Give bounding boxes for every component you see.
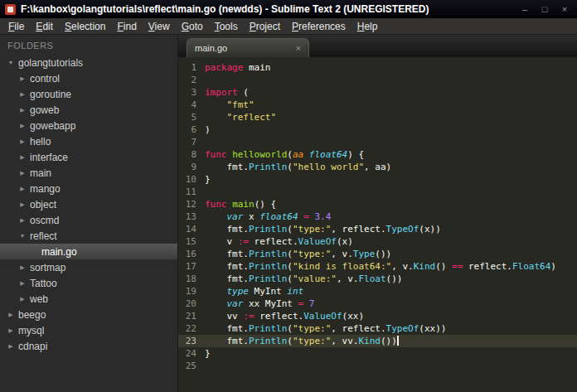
close-button[interactable]: ×	[559, 0, 570, 18]
line-number: 3	[178, 86, 205, 99]
code-line-20[interactable]: 20 var xx MyInt = 7	[178, 298, 577, 310]
code-line-4[interactable]: 4 "fmt"	[178, 99, 577, 111]
code-line-3[interactable]: 3import (	[178, 86, 577, 99]
tree-item-label: mysql	[17, 325, 44, 336]
menu-preferences[interactable]: Preferences	[286, 19, 352, 34]
line-text: fmt.Println("type:", vv.Kind())	[205, 335, 399, 347]
code-line-21[interactable]: 21 vv := reflect.ValueOf(xx)	[178, 310, 577, 322]
code-area[interactable]: 1package main23import (4 "fmt"5 "reflect…	[178, 57, 577, 392]
code-line-22[interactable]: 22 fmt.Println("type:", reflect.TypeOf(x…	[178, 322, 577, 335]
menu-tools[interactable]: Tools	[209, 19, 244, 34]
code-line-15[interactable]: 15 v := reflect.ValueOf(x)	[178, 235, 577, 248]
folder-hello[interactable]: ▶hello	[0, 133, 177, 149]
maximize-button[interactable]: □	[539, 0, 550, 18]
line-number: 21	[178, 310, 205, 322]
tree-item-label: golangtutorials	[17, 57, 83, 69]
tree-item-label: mango	[28, 183, 61, 195]
tree-item-label: goweb	[28, 104, 59, 116]
menu-file[interactable]: File	[2, 19, 30, 34]
code-line-13[interactable]: 13 var x float64 = 3.4	[178, 211, 577, 223]
folder-Tattoo[interactable]: ▶Tattoo	[0, 275, 177, 291]
folder-object[interactable]: ▶object	[0, 196, 177, 212]
chevron-right-icon: ▶	[17, 264, 28, 271]
line-number: 9	[178, 161, 205, 173]
code-line-7[interactable]: 7	[178, 136, 577, 148]
tree-item-label: main	[28, 167, 51, 179]
folder-interface[interactable]: ▶interface	[0, 149, 177, 165]
app-icon	[5, 4, 16, 15]
menu-find[interactable]: Find	[111, 19, 142, 34]
line-number: 25	[178, 360, 205, 372]
tab-close-icon[interactable]: ×	[296, 43, 301, 53]
line-number: 14	[178, 223, 205, 235]
code-line-25[interactable]: 25	[178, 360, 577, 372]
folder-oscmd[interactable]: ▶oscmd	[0, 212, 177, 228]
code-line-19[interactable]: 19 type MyInt int	[178, 285, 577, 298]
line-number: 16	[178, 248, 205, 260]
folder-golangtutorials[interactable]: ▼golangtutorials	[0, 55, 177, 70]
folder-beego[interactable]: ▶beego	[0, 307, 177, 322]
minimize-button[interactable]: –	[519, 0, 531, 18]
line-text: type MyInt int	[205, 285, 303, 298]
main-area: FOLDERS ▼golangtutorials▶control▶gorouti…	[0, 35, 577, 392]
folder-gowebapp[interactable]: ▶gowebapp	[0, 118, 177, 133]
folder-web[interactable]: ▶web	[0, 291, 177, 307]
folder-reflect[interactable]: ▼reflect	[0, 228, 177, 244]
code-line-14[interactable]: 14 fmt.Println("type:", reflect.TypeOf(x…	[178, 223, 577, 235]
menu-help[interactable]: Help	[352, 19, 384, 34]
line-text: fmt.Println("type:", v.Type())	[205, 248, 391, 260]
code-line-18[interactable]: 18 fmt.Println("value:", v.Float())	[178, 273, 577, 285]
code-line-10[interactable]: 10}	[178, 173, 577, 186]
code-line-23[interactable]: 23 fmt.Println("type:", vv.Kind())	[178, 335, 577, 347]
code-line-8[interactable]: 8func helloworld(aa float64) {	[178, 148, 577, 161]
window-title: F:\kanbox\golangtutorials\reflect\main.g…	[21, 3, 514, 15]
file-main.go[interactable]: main.go	[0, 244, 177, 259]
code-line-6[interactable]: 6)	[178, 123, 577, 136]
chevron-right-icon: ▶	[17, 170, 28, 177]
folder-mysql[interactable]: ▶mysql	[0, 322, 177, 338]
code-line-12[interactable]: 12func main() {	[178, 198, 577, 211]
chevron-right-icon: ▶	[17, 107, 28, 114]
folder-mango[interactable]: ▶mango	[0, 181, 177, 196]
code-line-24[interactable]: 24}	[178, 347, 577, 360]
code-line-16[interactable]: 16 fmt.Println("type:", v.Type())	[178, 248, 577, 260]
menu-goto[interactable]: Goto	[176, 19, 209, 34]
folder-goweb[interactable]: ▶goweb	[0, 102, 177, 118]
menu-selection[interactable]: Selection	[59, 19, 111, 34]
code-line-17[interactable]: 17 fmt.Println("kind is float64:", v.Kin…	[178, 260, 577, 273]
code-line-1[interactable]: 1package main	[178, 61, 577, 74]
folder-goroutine[interactable]: ▶goroutine	[0, 86, 177, 102]
line-number: 23	[178, 335, 205, 347]
line-number: 18	[178, 273, 205, 285]
code-line-9[interactable]: 9 fmt.Println("hello world", aa)	[178, 161, 577, 173]
line-number: 1	[178, 61, 205, 74]
chevron-right-icon: ▶	[5, 312, 17, 318]
folder-sortmap[interactable]: ▶sortmap	[0, 259, 177, 275]
folder-cdnapi[interactable]: ▶cdnapi	[0, 338, 177, 354]
line-text: "reflect"	[205, 111, 276, 123]
code-line-5[interactable]: 5 "reflect"	[178, 111, 577, 123]
tree-item-label: goroutine	[28, 89, 71, 100]
line-text: func main() {	[205, 198, 276, 211]
line-text: fmt.Println("value:", v.Float())	[205, 273, 402, 285]
menu-edit[interactable]: Edit	[30, 19, 59, 34]
code-line-2[interactable]: 2	[178, 74, 577, 86]
menu-bar: FileEditSelectionFindViewGotoToolsProjec…	[0, 18, 577, 35]
tree-item-label: reflect	[28, 230, 57, 242]
folder-control[interactable]: ▶control	[0, 70, 177, 86]
line-number: 6	[178, 123, 205, 136]
menu-view[interactable]: View	[143, 19, 176, 34]
code-line-11[interactable]: 11	[178, 186, 577, 198]
tab-main-go[interactable]: main.go ×	[187, 38, 309, 57]
chevron-right-icon: ▶	[17, 91, 28, 98]
chevron-right-icon: ▶	[17, 138, 28, 145]
chevron-down-icon: ▼	[17, 233, 28, 239]
line-number: 20	[178, 298, 205, 310]
line-number: 11	[178, 186, 205, 198]
tree-item-label: control	[28, 73, 60, 85]
menu-project[interactable]: Project	[244, 19, 286, 34]
line-text: fmt.Println("type:", reflect.TypeOf(xx))	[205, 322, 446, 335]
folder-main[interactable]: ▶main	[0, 165, 177, 181]
line-text: fmt.Println("type:", reflect.TypeOf(x))	[205, 223, 441, 235]
chevron-right-icon: ▶	[17, 75, 28, 82]
